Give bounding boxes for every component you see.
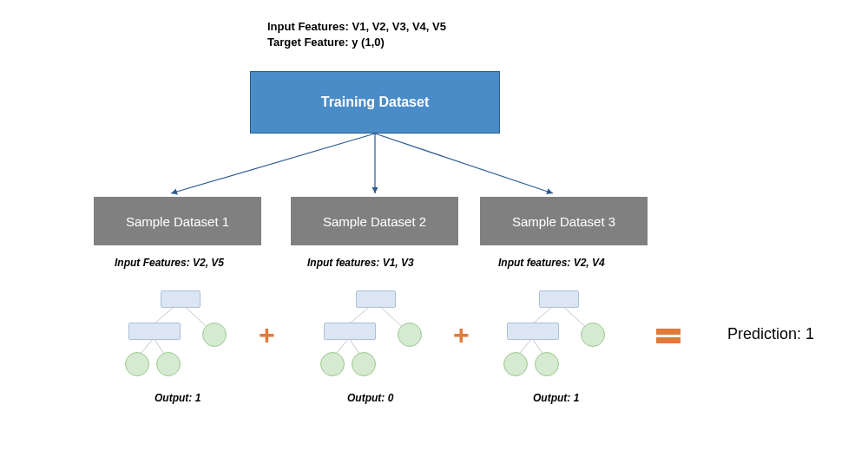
tree2-output: Output: 0	[347, 392, 393, 404]
tree1-right-leaf	[202, 323, 227, 347]
plus-icon-2: +	[453, 321, 470, 349]
tree2-leaf-a	[320, 352, 345, 376]
tree3-leaf-b	[535, 352, 559, 376]
tree2-root	[356, 290, 396, 308]
tree2-left	[324, 323, 376, 340]
tree2-leaf-b	[352, 352, 376, 376]
tree2-right-leaf	[398, 323, 422, 347]
tree3-leaf-a	[503, 352, 528, 376]
tree1-leaf-b	[156, 352, 181, 376]
tree3-left	[507, 323, 559, 340]
tree1-leaf-a	[125, 352, 149, 376]
tree1-output: Output: 1	[155, 392, 201, 404]
tree3-right-leaf	[581, 323, 605, 347]
tree3-root	[539, 290, 579, 308]
equals-icon	[656, 326, 681, 346]
plus-icon-1: +	[259, 321, 275, 349]
tree-connectors	[0, 0, 868, 450]
tree3-output: Output: 1	[533, 392, 579, 404]
tree1-left	[128, 323, 181, 340]
tree1-root	[161, 290, 201, 308]
prediction-label: Prediction: 1	[727, 325, 814, 343]
